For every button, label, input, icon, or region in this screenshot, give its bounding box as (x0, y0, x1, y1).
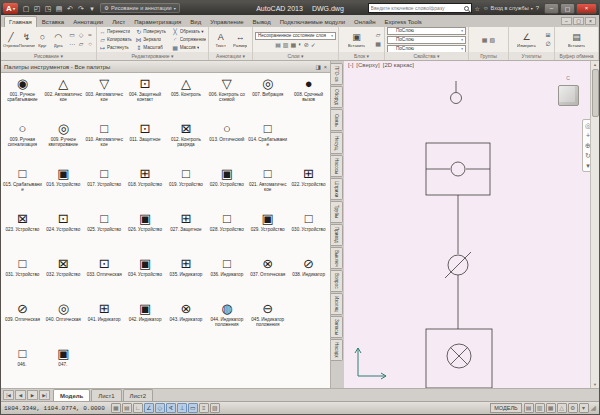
search-input[interactable] (371, 5, 463, 11)
ribbon-small-button[interactable]: ∅ (544, 40, 552, 48)
palette-tab[interactable]: Несущ (331, 132, 343, 154)
ribbon-tab[interactable]: Параметризация (130, 16, 185, 27)
palette-item[interactable]: □ 015.Срабатывание (2, 163, 43, 208)
status-toggle[interactable]: ◇ (155, 403, 165, 413)
group-tool-icon[interactable]: ▦ (482, 36, 488, 43)
palette-item[interactable]: ▽ 006.Контроль со схемой (206, 73, 247, 118)
scroll-down-icon[interactable]: ▼ (593, 381, 597, 388)
palette-tab[interactable]: Привод (331, 224, 343, 246)
property-combo[interactable]: ПоСлою ▾ (387, 27, 466, 35)
palette-item[interactable]: □ 030.Устройство (288, 208, 329, 253)
palette-item[interactable]: ⊡ 004.Защитный контакт (125, 73, 166, 118)
palette-item[interactable]: ⊘ 038.Индикатор (288, 253, 329, 298)
palette-item[interactable] (288, 118, 329, 163)
palette-tab[interactable]: Штрихи (331, 178, 343, 200)
palette-item[interactable]: □ 025.Устройство (84, 208, 125, 253)
ribbon-tab[interactable]: Подключаемые модули (276, 16, 349, 27)
help-icon[interactable]: ? (536, 5, 539, 11)
ribbon-button[interactable]: АТекст (211, 32, 231, 48)
ribbon-button[interactable]: ○Круг (35, 32, 51, 48)
palette-item[interactable]: ▣ 029.Устройство (247, 208, 288, 253)
palette-item[interactable]: ⊠ 023.Устройство (2, 208, 43, 253)
palette-item[interactable]: ⊠ 032.Устройство (43, 253, 84, 298)
palette-item[interactable]: □ 021.Автоматическое (247, 163, 288, 208)
status-toggle[interactable]: ▤ (122, 403, 132, 413)
palette-tab[interactable]: Изоляц (331, 293, 343, 315)
palette-tab[interactable]: Связь (331, 109, 343, 131)
panel-label-groups[interactable]: Группы (469, 52, 508, 60)
palette-item[interactable]: ▣ 047. (43, 343, 84, 388)
layout-nav-button[interactable]: |◀ (3, 390, 14, 400)
palette-item[interactable]: □ 036.Индикатор (206, 253, 247, 298)
palette-tab[interactable]: Выключ (331, 247, 343, 269)
palette-item[interactable]: ⊞ 022.Устройство (288, 163, 329, 208)
palette-item[interactable]: ◉ 001.Ручное срабатывание (2, 73, 43, 118)
panel-label-clipboard[interactable]: Буфер обмена (555, 52, 598, 60)
window-button[interactable]: ▢ (560, 3, 575, 14)
sign-in-button[interactable]: ☺ Вход в службы ▾ (483, 5, 533, 11)
statusbar-icon[interactable]: ⚙ (568, 403, 578, 413)
status-toggle[interactable]: ⊥ (177, 403, 187, 413)
ribbon-small-button[interactable]: ▱ (374, 31, 382, 39)
scrollbar-thumb[interactable] (592, 69, 599, 117)
palette-item[interactable]: ⊞ 027.Защитное (166, 208, 207, 253)
ucs-icon[interactable] (355, 348, 386, 379)
view-cube[interactable]: С (553, 66, 583, 106)
layout-tab[interactable]: Лист2 (123, 389, 153, 401)
doc-window-button[interactable]: × (585, 17, 596, 25)
doc-window-button[interactable]: ▢ (573, 17, 584, 25)
symbol-detector-top[interactable] (451, 81, 462, 104)
palette-tab[interactable]: Оборуд (331, 86, 343, 108)
status-toggle[interactable]: ▨ (210, 403, 220, 413)
palette-item[interactable]: ⊞ 041.Индикатор (84, 298, 125, 343)
doc-window-button[interactable]: – (561, 17, 572, 25)
ribbon-tab[interactable]: Управление (206, 16, 247, 27)
viewport-controls[interactable]: [-] [Сверху] [2D каркас] (348, 62, 414, 68)
palette-item[interactable]: ⊡ 024.Устройство (43, 208, 84, 253)
symbol-control-box[interactable] (426, 143, 490, 195)
status-toggle[interactable]: ∢ (166, 403, 176, 413)
ribbon-button[interactable]: ◜Сопряжение ▾ (172, 36, 206, 44)
drawing-canvas[interactable] (344, 71, 590, 388)
palette-tab[interactable]: Насадк (331, 339, 343, 361)
ribbon-tab[interactable]: Вставка (38, 16, 68, 27)
palette-item[interactable]: ⊡ 033.Оптическая (84, 253, 125, 298)
status-toggle[interactable]: ∟ (133, 403, 143, 413)
palette-item[interactable]: ▣ 016.Устройство (43, 163, 84, 208)
auto-hide-icon[interactable]: ◨ (316, 64, 321, 70)
qat-icon[interactable]: ▢ (21, 3, 31, 14)
palette-item[interactable]: ⊖ 045.Индикатор положения (247, 298, 288, 343)
palette-item[interactable]: △ 005.Контроль (166, 73, 207, 118)
app-menu-button[interactable]: A▾ (3, 3, 18, 14)
palette-tab[interactable]: Вопрос (331, 270, 343, 292)
status-toggle[interactable]: ▭ (188, 403, 198, 413)
ribbon-small-button[interactable]: ⊞ (544, 31, 552, 39)
scroll-up-icon[interactable]: ▲ (593, 61, 597, 68)
ribbon-tab[interactable]: Аннотации (69, 16, 107, 27)
ribbon-button[interactable]: ⇕Масштаб (135, 44, 169, 52)
palette-item[interactable]: ⊞ 018.Устройство (125, 163, 166, 208)
status-toggle[interactable]: ▦ (111, 403, 121, 413)
palette-tab[interactable]: Трубы (331, 201, 343, 223)
palette-item[interactable]: □ 017.Устройство (84, 163, 125, 208)
ribbon-button[interactable]: ▱Копировать (99, 36, 133, 44)
ribbon-button[interactable]: ▤Вставить (557, 32, 596, 48)
palette-item[interactable] (288, 298, 329, 343)
qat-icon[interactable]: ▾ (87, 3, 97, 14)
ribbon-small-button[interactable]: ○ (86, 40, 94, 48)
ribbon-button[interactable]: ╳Обрезать ▾ (172, 28, 206, 36)
search-icon[interactable] (464, 6, 469, 11)
ribbon-button[interactable]: ▣Вставить (341, 32, 372, 48)
palette-item[interactable]: □ 046. (2, 343, 43, 388)
palette-item[interactable]: ⊠ 012.Контроль разряда (166, 118, 207, 163)
ribbon-button[interactable]: ↯Полилиния (19, 32, 35, 48)
palette-tab[interactable]: Насосы (331, 155, 343, 177)
layer-tool-icon[interactable]: ▤ (275, 41, 281, 48)
ribbon-small-button[interactable]: ▭ (68, 31, 76, 39)
palette-item[interactable]: ○ 013.Оптический (206, 118, 247, 163)
layer-state-combo[interactable]: Несохраненное состояние слоя ▾ (255, 32, 336, 40)
layer-tool-icon[interactable]: ▦ (290, 41, 296, 48)
ribbon-small-button[interactable]: ▦ (374, 40, 382, 48)
palette-item[interactable]: ⊡ 011.Защитное (125, 118, 166, 163)
ribbon-small-button[interactable]: ▱ (77, 40, 85, 48)
